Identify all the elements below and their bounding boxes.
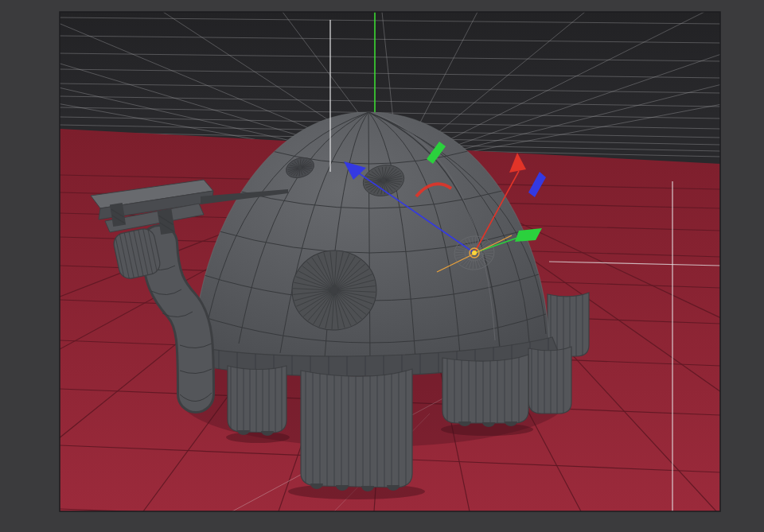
leg-right[interactable] — [442, 355, 528, 427]
application-window — [0, 0, 764, 532]
viewport-canvas[interactable] — [0, 0, 764, 532]
viewport-vignette — [60, 12, 720, 115]
gizmo-center-dot[interactable] — [472, 250, 477, 255]
leg-left[interactable] — [228, 366, 286, 436]
leg-shadow-left — [226, 432, 290, 443]
foot-small-right[interactable] — [528, 347, 571, 414]
leg-front-center[interactable] — [301, 369, 412, 491]
